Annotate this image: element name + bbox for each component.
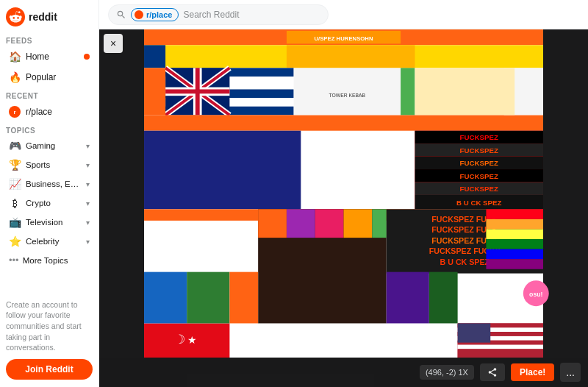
svg-rect-53 — [372, 209, 386, 238]
crypto-chevron-icon: ▾ — [86, 199, 90, 207]
svg-rect-81 — [144, 68, 165, 115]
more-topics-button[interactable]: ••• More Topics — [3, 252, 96, 269]
topbar: r/place Search Reddit — [99, 0, 588, 29]
sidebar-item-rplace-label: r/place — [26, 107, 90, 117]
svg-rect-49 — [258, 209, 287, 238]
rplace-canvas[interactable]: U/SPEZ HURENSOHN — [99, 29, 588, 358]
svg-text:B U CK SPEZ: B U CK SPEZ — [440, 258, 490, 266]
business-chevron-icon: ▾ — [86, 180, 90, 188]
svg-rect-77 — [387, 272, 429, 324]
sidebar-item-crypto-label: Crypto — [26, 199, 81, 207]
svg-rect-25 — [165, 89, 229, 93]
svg-rect-72 — [458, 349, 543, 358]
sidebar: reddit FEEDS 🏠 Home 🔥 Popular RECENT r r… — [0, 0, 99, 387]
celebrity-icon: ⭐ — [9, 235, 21, 247]
popular-icon: 🔥 — [9, 71, 21, 83]
svg-rect-50 — [287, 209, 315, 238]
svg-rect-78 — [429, 272, 458, 324]
sidebar-item-crypto[interactable]: ₿ Crypto ▾ — [3, 194, 96, 212]
svg-text:FUCKSPEZ: FUCKSPEZ — [460, 172, 498, 180]
gaming-icon: 🎮 — [9, 140, 21, 152]
svg-rect-62 — [144, 323, 229, 358]
place-button[interactable]: Place! — [511, 363, 554, 381]
topics-section-label: TOPICS — [0, 122, 98, 136]
sidebar-item-celebrity-label: Celebrity — [26, 237, 81, 246]
share-button[interactable] — [480, 363, 505, 381]
subreddit-pill-icon — [135, 10, 143, 19]
svg-rect-26 — [144, 115, 543, 130]
svg-rect-76 — [229, 272, 258, 324]
television-icon: 📺 — [9, 216, 21, 228]
svg-text:FUCKSPEZ: FUCKSPEZ — [460, 159, 498, 167]
svg-rect-9 — [144, 45, 165, 68]
sidebar-logo: reddit — [0, 0, 98, 32]
svg-rect-71 — [458, 345, 543, 349]
svg-rect-57 — [486, 239, 543, 249]
sidebar-item-sports[interactable]: 🏆 Sports ▾ — [3, 156, 96, 174]
sidebar-item-gaming[interactable]: 🎮 Gaming ▾ — [3, 137, 96, 155]
svg-rect-84 — [415, 68, 514, 115]
business-icon: 📈 — [9, 178, 21, 190]
svg-rect-51 — [315, 209, 344, 238]
svg-rect-52 — [344, 209, 373, 238]
sidebar-item-celebrity[interactable]: ⭐ Celebrity ▾ — [3, 232, 96, 250]
svg-rect-75 — [187, 272, 229, 324]
join-reddit-button[interactable]: Join Reddit — [6, 359, 93, 380]
svg-rect-79 — [294, 68, 401, 115]
canvas-area: × U/SPEZ HURENSOHN — [99, 29, 588, 358]
sidebar-item-television-label: Television — [26, 218, 81, 227]
celebrity-chevron-icon: ▾ — [86, 238, 90, 246]
svg-rect-58 — [486, 249, 543, 260]
sidebar-item-home[interactable]: 🏠 Home — [3, 47, 96, 66]
share-icon — [487, 367, 498, 377]
svg-text:TOWER KEBAB: TOWER KEBAB — [329, 93, 366, 98]
sports-icon: 🏆 — [9, 159, 21, 171]
svg-rect-54 — [486, 209, 543, 219]
svg-rect-27 — [144, 131, 301, 210]
svg-rect-83 — [401, 68, 415, 115]
close-button[interactable]: × — [104, 34, 123, 53]
sidebar-cta: Create an account to follow your favorit… — [0, 292, 98, 387]
sidebar-item-popular-label: Popular — [26, 72, 90, 82]
sidebar-item-television[interactable]: 📺 Television ▾ — [3, 213, 96, 231]
sidebar-item-sports-label: Sports — [26, 160, 81, 169]
more-topics-label: More Topics — [23, 256, 68, 265]
subreddit-pill-label: r/place — [146, 10, 172, 19]
sports-chevron-icon: ▾ — [86, 161, 90, 169]
sidebar-item-business-label: Business, Economics, a... — [26, 180, 81, 188]
svg-text:FUCKSPEZ: FUCKSPEZ — [460, 146, 498, 155]
subreddit-icon: r — [9, 106, 21, 118]
reddit-logo-icon — [6, 7, 25, 26]
search-bar[interactable]: r/place Search Reddit — [108, 4, 329, 25]
sidebar-item-rplace[interactable]: r r/place — [3, 102, 96, 121]
search-icon — [116, 10, 126, 20]
svg-rect-10 — [287, 45, 415, 68]
svg-rect-55 — [486, 219, 543, 230]
search-placeholder: Search Reddit — [183, 10, 239, 20]
subreddit-pill[interactable]: r/place — [131, 8, 179, 21]
gaming-chevron-icon: ▾ — [86, 142, 90, 150]
svg-text:r: r — [13, 109, 15, 116]
sidebar-item-home-label: Home — [26, 52, 79, 62]
home-notification-dot — [84, 54, 90, 60]
television-chevron-icon: ▾ — [86, 219, 90, 227]
svg-text:★: ★ — [187, 335, 197, 346]
svg-text:osu!: osu! — [529, 291, 543, 298]
svg-rect-59 — [486, 259, 543, 269]
coordinates-display: (496, -2) 1X — [420, 365, 474, 380]
svg-text:U/SPEZ HURENSOHN: U/SPEZ HURENSOHN — [314, 35, 373, 42]
home-icon: 🏠 — [9, 51, 21, 63]
more-topics-dots-icon: ••• — [9, 255, 19, 266]
sidebar-item-gaming-label: Gaming — [26, 141, 81, 150]
svg-text:FUCKSPEZ: FUCKSPEZ — [460, 133, 498, 141]
more-options-button[interactable]: ... — [560, 363, 581, 382]
main-content: r/place Search Reddit × U/SPEZ HURENSOHN — [99, 0, 588, 387]
sidebar-item-popular[interactable]: 🔥 Popular — [3, 68, 96, 87]
close-icon: × — [110, 38, 116, 49]
svg-point-3 — [135, 10, 143, 19]
svg-rect-74 — [144, 272, 187, 324]
svg-text:☽: ☽ — [174, 332, 185, 347]
sidebar-item-business[interactable]: 📈 Business, Economics, a... ▾ — [3, 175, 96, 193]
svg-text:FUCKSPEZ: FUCKSPEZ — [460, 185, 498, 193]
cta-text: Create an account to follow your favorit… — [6, 299, 93, 353]
